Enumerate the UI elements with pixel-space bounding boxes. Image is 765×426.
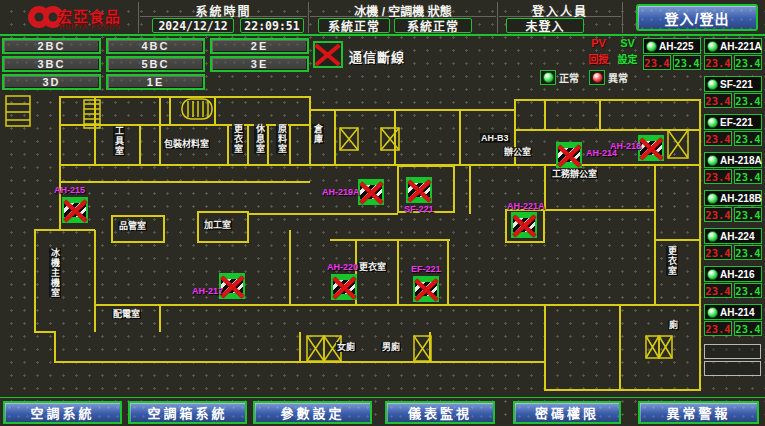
room-label: 配電室 [112,309,141,319]
room-label: 品管室 [118,221,147,231]
marker-label: AH-217 [192,286,223,296]
room-label: 工務辦公室 [551,169,598,179]
disconnected-marker-ah-214[interactable] [556,142,582,168]
disconnected-marker-ah-218[interactable] [638,135,664,161]
room-label: 工具室 [113,126,125,156]
marker-label: AH-220 [327,262,358,272]
marker-label: AH-218 [610,141,641,151]
disconnected-marker-ah-219a[interactable] [358,179,384,205]
room-label: 冰機主機室 [49,248,61,298]
room-label: AH-B3 [480,133,510,143]
disconnected-marker-sf-221[interactable] [406,177,432,203]
hmi-screen: AH-215AH-217AH-219ASF-221AH-221AEF-221AH… [0,0,765,426]
room-label: 原料室 [276,124,288,154]
room-label: 更衣室 [358,262,387,272]
room-label: 更衣室 [232,124,244,154]
disconnected-marker-ah-220[interactable] [331,274,357,300]
room-label: 加工室 [203,220,232,230]
room-label: 休息室 [254,124,266,154]
marker-label: AH-215 [54,185,85,195]
floor-plan-overlay: AH-215AH-217AH-219ASF-221AH-221AEF-221AH… [0,0,765,426]
room-label: 男廁 [381,342,401,352]
marker-label: AH-219A [322,187,360,197]
marker-label: SF-221 [404,204,434,214]
room-label: 倉庫 [312,124,324,144]
marker-label: EF-221 [411,264,441,274]
disconnected-marker-ah-221a[interactable] [511,212,537,238]
disconnected-marker-ef-221[interactable] [413,276,439,302]
marker-label: AH-221A [507,201,545,211]
room-label: 廁 [668,320,679,330]
room-label: 女廁 [336,342,356,352]
room-label: 更衣室 [666,246,678,276]
room-label: 辦公室 [503,147,532,157]
disconnected-marker-ah-215[interactable] [62,197,88,223]
room-label: 包裝材料室 [163,139,210,149]
